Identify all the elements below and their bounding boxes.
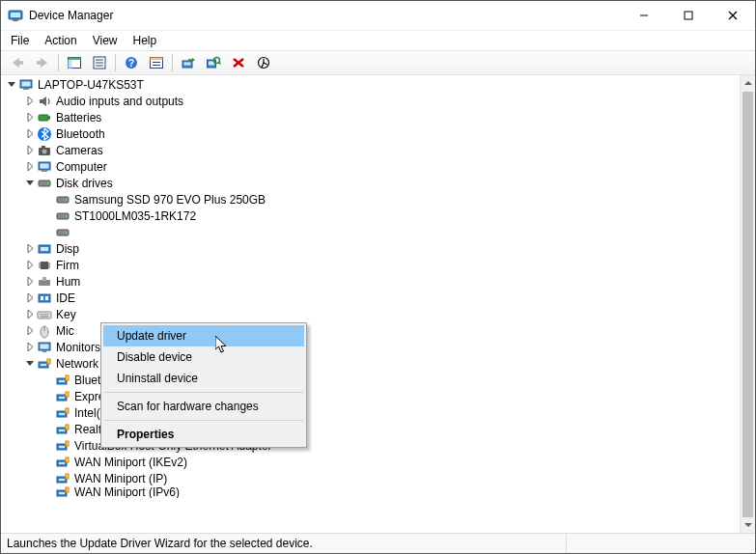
tree-category-display[interactable]: Disp — [1, 240, 740, 257]
ctx-update-driver[interactable]: Update driver — [103, 325, 304, 346]
network-adapter-icon — [55, 486, 70, 498]
svg-rect-10 — [69, 58, 81, 61]
expand-icon[interactable] — [23, 242, 37, 256]
tree-category-ide[interactable]: IDE — [1, 290, 740, 306]
device-tree[interactable]: LAPTOP-U47KS53T Audio inputs and outputs… — [1, 75, 740, 533]
expand-icon[interactable] — [23, 341, 37, 354]
toolbar-properties-button[interactable] — [88, 52, 111, 73]
expand-icon[interactable] — [23, 275, 37, 289]
tree-label: ST1000LM035-1RK172 — [74, 209, 196, 223]
collapse-icon[interactable] — [23, 177, 37, 190]
svg-rect-11 — [69, 60, 72, 69]
tree-device-network[interactable]: WAN Miniport (IPv6) — [1, 486, 740, 498]
expand-icon[interactable] — [23, 308, 37, 321]
toolbar-show-hide-console-tree-button[interactable] — [63, 52, 86, 73]
tree-device-disk-selected[interactable] — [1, 224, 740, 240]
svg-rect-83 — [66, 375, 69, 380]
menu-view[interactable]: View — [85, 33, 126, 48]
toolbar: ? — [1, 50, 755, 75]
tree-category-bluetooth[interactable]: Bluetooth — [1, 125, 740, 142]
chip-icon — [37, 258, 52, 273]
svg-rect-8 — [37, 61, 42, 65]
toolbar-update-driver-button[interactable] — [177, 52, 200, 73]
scroll-up-button[interactable] — [741, 75, 755, 91]
tree-category-disk-drives[interactable]: Disk drives — [1, 175, 740, 191]
menu-action[interactable]: Action — [37, 33, 84, 48]
svg-rect-82 — [59, 380, 65, 382]
network-adapter-icon — [55, 373, 70, 388]
ctx-label: Uninstall device — [117, 372, 198, 385]
tree-pane: LAPTOP-U47KS53T Audio inputs and outputs… — [1, 75, 755, 533]
device-manager-window: Device Manager File Action View Help — [0, 0, 756, 554]
tree-device-network[interactable]: WAN Miniport (IKEv2) — [1, 454, 740, 470]
svg-rect-43 — [42, 170, 47, 172]
expand-icon[interactable] — [23, 127, 37, 141]
status-bar: Launches the Update Driver Wizard for th… — [1, 533, 755, 553]
collapse-icon[interactable] — [5, 78, 18, 92]
ctx-uninstall-device[interactable]: Uninstall device — [103, 368, 304, 389]
svg-rect-35 — [39, 115, 48, 121]
tree-root[interactable]: LAPTOP-U47KS53T — [1, 76, 740, 93]
toolbar-scan-hardware-button[interactable] — [202, 52, 225, 73]
svg-rect-80 — [47, 359, 50, 364]
expand-icon[interactable] — [23, 324, 37, 338]
tree-category-cameras[interactable]: Cameras — [1, 142, 740, 158]
scroll-thumb[interactable] — [742, 92, 753, 533]
expand-icon[interactable] — [23, 291, 37, 305]
expand-icon[interactable] — [23, 95, 37, 108]
toolbar-disable-button[interactable] — [252, 52, 275, 73]
tree-category-hid[interactable]: Hum — [1, 273, 740, 290]
tree-label: Audio inputs and outputs — [56, 95, 183, 108]
svg-rect-69 — [43, 314, 44, 315]
ctx-disable-device[interactable]: Disable device — [103, 346, 304, 368]
vertical-scrollbar[interactable] — [740, 75, 755, 533]
ctx-scan-hardware[interactable]: Scan for hardware changes — [103, 396, 304, 417]
menu-help[interactable]: Help — [126, 33, 165, 48]
tree-label: WAN Miniport (IPv6) — [74, 486, 180, 498]
tree-label: Disp — [56, 242, 79, 256]
ctx-label: Update driver — [117, 329, 186, 343]
maximize-button[interactable] — [666, 1, 711, 30]
svg-rect-88 — [59, 413, 65, 415]
collapse-icon[interactable] — [23, 357, 37, 371]
tree-device-disk[interactable]: ST1000LM035-1RK172 — [1, 208, 740, 224]
ctx-label: Properties — [117, 428, 174, 441]
tree-label: Batteries — [56, 111, 101, 125]
expand-icon[interactable] — [23, 144, 37, 157]
expand-icon[interactable] — [23, 111, 37, 125]
svg-rect-19 — [151, 58, 163, 61]
ctx-properties[interactable]: Properties — [103, 424, 304, 445]
tree-label: Key — [56, 308, 76, 321]
svg-rect-2 — [13, 19, 18, 21]
toolbar-back-button[interactable] — [6, 52, 29, 73]
expand-icon[interactable] — [23, 259, 37, 272]
tree-category-computer[interactable]: Computer — [1, 158, 740, 175]
tree-category-audio[interactable]: Audio inputs and outputs — [1, 93, 740, 109]
tree-label: Hum — [56, 275, 80, 289]
toolbar-action-button[interactable] — [145, 52, 168, 73]
tree-label: Samsung SSD 970 EVO Plus 250GB — [74, 193, 266, 207]
tree-category-firmware[interactable]: Firm — [1, 257, 740, 273]
toolbar-help-button[interactable]: ? — [120, 52, 143, 73]
network-adapter-icon — [55, 405, 70, 421]
tree-device-disk[interactable]: Samsung SSD 970 EVO Plus 250GB — [1, 191, 740, 208]
minimize-button[interactable] — [622, 1, 666, 30]
scroll-down-button[interactable] — [741, 517, 755, 533]
bluetooth-icon — [37, 126, 52, 142]
app-icon — [8, 8, 23, 23]
tree-category-keyboard[interactable]: Key — [1, 306, 740, 322]
expand-icon[interactable] — [23, 160, 37, 174]
tree-category-batteries[interactable]: Batteries — [1, 109, 740, 125]
close-button[interactable] — [711, 1, 755, 30]
svg-rect-67 — [40, 314, 41, 315]
menu-file[interactable]: File — [3, 33, 37, 48]
svg-rect-64 — [41, 296, 43, 300]
toolbar-forward-button[interactable] — [31, 52, 54, 73]
toolbar-separator — [172, 54, 173, 71]
tree-device-network[interactable]: WAN Miniport (IP) — [1, 470, 740, 486]
toolbar-uninstall-button[interactable] — [227, 52, 250, 73]
network-adapter-icon — [37, 356, 52, 372]
svg-rect-7 — [18, 61, 23, 65]
svg-point-51 — [66, 232, 68, 234]
ctx-label: Scan for hardware changes — [117, 400, 259, 413]
